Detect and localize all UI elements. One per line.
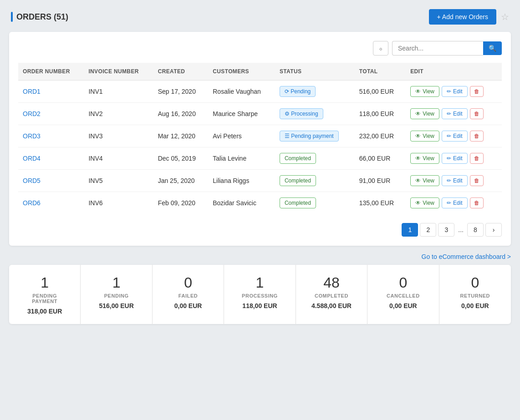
col-invoice-number: INVOICE NUMBER bbox=[84, 63, 153, 81]
order-number-cell: ORD3 bbox=[18, 125, 84, 147]
edit-button[interactable]: ✏ Edit bbox=[442, 108, 468, 119]
pagination-dots: ... bbox=[456, 223, 465, 236]
eye-icon: 👁 bbox=[415, 111, 421, 117]
table-row: ORD2 INV2 Aug 16, 2020 Maurice Sharpe ⚙ … bbox=[18, 103, 502, 125]
page-2-button[interactable]: 2 bbox=[420, 223, 436, 237]
stat-number: 0 bbox=[160, 274, 216, 291]
edit-button[interactable]: ✏ Edit bbox=[442, 197, 468, 208]
stat-number: 1 bbox=[88, 274, 144, 291]
pencil-icon: ✏ bbox=[447, 155, 451, 162]
search-input[interactable] bbox=[392, 41, 483, 56]
search-wrapper: 🔍 bbox=[392, 41, 502, 56]
delete-button[interactable]: 🗑 bbox=[470, 108, 484, 119]
order-number-cell: ORD4 bbox=[18, 147, 84, 170]
page-3-button[interactable]: 3 bbox=[438, 223, 454, 237]
pencil-icon: ✏ bbox=[447, 133, 451, 139]
col-edit: EDIT bbox=[406, 63, 502, 81]
add-orders-button[interactable]: + Add new Orders bbox=[429, 9, 496, 25]
order-link[interactable]: ORD2 bbox=[23, 110, 41, 117]
search-button[interactable]: 🔍 bbox=[483, 41, 502, 55]
total-cell: 91,00 EUR bbox=[355, 170, 406, 192]
edit-button[interactable]: ✏ Edit bbox=[442, 175, 468, 186]
delete-button[interactable]: 🗑 bbox=[470, 175, 484, 186]
order-number-cell: ORD1 bbox=[18, 81, 84, 103]
page-header: ORDERS (51) + Add new Orders ☆ bbox=[9, 9, 511, 25]
trash-icon: 🗑 bbox=[474, 133, 479, 139]
favorite-button[interactable]: ☆ bbox=[501, 11, 509, 22]
col-customers: CUSTOMERS bbox=[208, 63, 275, 81]
customer-cell: Rosalie Vaughan bbox=[208, 81, 275, 103]
order-link[interactable]: ORD3 bbox=[23, 132, 41, 140]
order-number-cell: ORD2 bbox=[18, 103, 84, 125]
table-row: ORD5 INV5 Jan 25, 2020 Liliana Riggs Com… bbox=[18, 170, 502, 192]
stats-row: 1 PENDINGPAYMENT 318,00 EUR 1 PENDING 51… bbox=[9, 265, 511, 324]
delete-button[interactable]: 🗑 bbox=[470, 131, 484, 142]
action-buttons: 👁 View ✏ Edit 🗑 bbox=[410, 153, 497, 164]
total-cell: 135,00 EUR bbox=[355, 192, 406, 214]
col-total: TOTAL bbox=[355, 63, 406, 81]
customer-cell: Avi Peters bbox=[208, 125, 275, 147]
stat-item: 1 PENDINGPAYMENT 318,00 EUR bbox=[9, 265, 81, 324]
pagination: 1 2 3 ... 8 › bbox=[18, 223, 502, 237]
status-badge: ⚙ Processing bbox=[280, 108, 323, 119]
stat-label: PROCESSING bbox=[231, 293, 288, 299]
filter-icon: ⬦ bbox=[379, 45, 382, 52]
created-cell: Jan 25, 2020 bbox=[153, 170, 209, 192]
orders-card: ⬦ 🔍 ORDER NUMBER INVOICE NUMBER CREATED … bbox=[9, 32, 511, 246]
view-button[interactable]: 👁 View bbox=[410, 108, 439, 119]
invoice-number-cell: INV3 bbox=[84, 125, 153, 147]
created-cell: Aug 16, 2020 bbox=[153, 103, 209, 125]
eye-icon: 👁 bbox=[415, 88, 421, 95]
page-1-button[interactable]: 1 bbox=[402, 223, 418, 237]
eye-icon: 👁 bbox=[415, 155, 421, 162]
stat-item: 0 CANCELLED 0,00 EUR bbox=[367, 265, 439, 324]
order-link[interactable]: ORD6 bbox=[23, 199, 41, 207]
customer-cell: Bozidar Savicic bbox=[208, 192, 275, 214]
dashboard-link[interactable]: Go to eCommerce dashboard > bbox=[422, 253, 511, 260]
stat-number: 48 bbox=[303, 274, 360, 291]
delete-button[interactable]: 🗑 bbox=[470, 153, 484, 164]
invoice-number-cell: INV5 bbox=[84, 170, 153, 192]
col-created: CREATED bbox=[153, 63, 209, 81]
delete-button[interactable]: 🗑 bbox=[470, 86, 484, 97]
action-buttons: 👁 View ✏ Edit 🗑 bbox=[410, 131, 497, 142]
edit-button[interactable]: ✏ Edit bbox=[442, 153, 468, 164]
table-row: ORD6 INV6 Feb 09, 2020 Bozidar Savicic C… bbox=[18, 192, 502, 214]
order-link[interactable]: ORD4 bbox=[23, 155, 41, 162]
status-cell: Completed bbox=[275, 147, 355, 170]
eye-icon: 👁 bbox=[415, 200, 421, 206]
action-buttons: 👁 View ✏ Edit 🗑 bbox=[410, 108, 497, 119]
total-cell: 232,00 EUR bbox=[355, 125, 406, 147]
order-link[interactable]: ORD1 bbox=[23, 88, 41, 95]
filter-button[interactable]: ⬦ bbox=[373, 41, 388, 56]
customer-cell: Talia Levine bbox=[208, 147, 275, 170]
pagination-next[interactable]: › bbox=[485, 223, 502, 237]
action-buttons: 👁 View ✏ Edit 🗑 bbox=[410, 175, 497, 186]
actions-cell: 👁 View ✏ Edit 🗑 bbox=[406, 81, 502, 103]
page-8-button[interactable]: 8 bbox=[467, 223, 484, 237]
stat-label: PENDING bbox=[88, 293, 144, 299]
header-actions: + Add new Orders ☆ bbox=[429, 9, 509, 25]
dashboard-link-wrapper: Go to eCommerce dashboard > bbox=[9, 253, 511, 260]
edit-button[interactable]: ✏ Edit bbox=[442, 86, 468, 97]
invoice-number-cell: INV6 bbox=[84, 192, 153, 214]
table-row: ORD4 INV4 Dec 05, 2019 Talia Levine Comp… bbox=[18, 147, 502, 170]
delete-button[interactable]: 🗑 bbox=[470, 197, 484, 208]
status-badge: Completed bbox=[280, 175, 316, 186]
action-buttons: 👁 View ✏ Edit 🗑 bbox=[410, 86, 497, 97]
view-button[interactable]: 👁 View bbox=[410, 175, 439, 186]
view-button[interactable]: 👁 View bbox=[410, 197, 439, 208]
stat-amount: 0,00 EUR bbox=[160, 302, 216, 309]
pencil-icon: ✏ bbox=[447, 200, 451, 206]
view-button[interactable]: 👁 View bbox=[410, 131, 439, 142]
edit-button[interactable]: ✏ Edit bbox=[442, 131, 468, 142]
stat-item: 48 COMPLETED 4.588,00 EUR bbox=[296, 265, 367, 324]
total-cell: 516,00 EUR bbox=[355, 81, 406, 103]
eye-icon: 👁 bbox=[415, 177, 421, 184]
created-cell: Sep 17, 2020 bbox=[153, 81, 209, 103]
trash-icon: 🗑 bbox=[474, 200, 479, 206]
created-cell: Dec 05, 2019 bbox=[153, 147, 209, 170]
view-button[interactable]: 👁 View bbox=[410, 153, 439, 164]
view-button[interactable]: 👁 View bbox=[410, 86, 439, 97]
order-link[interactable]: ORD5 bbox=[23, 177, 41, 184]
